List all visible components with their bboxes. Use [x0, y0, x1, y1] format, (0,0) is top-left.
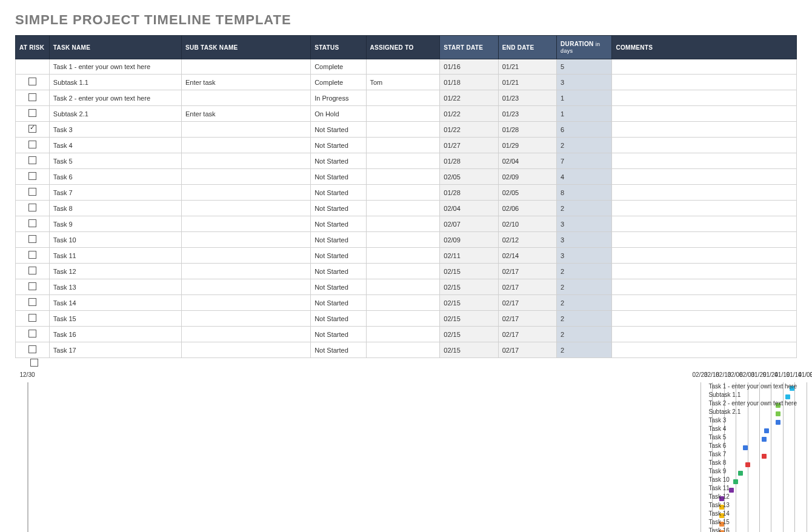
assigned-cell[interactable] [366, 59, 440, 75]
end-date-cell[interactable]: 01/23 [498, 90, 556, 106]
comments-cell[interactable] [612, 122, 797, 138]
comments-cell[interactable] [612, 327, 797, 342]
end-date-cell[interactable]: 01/21 [498, 59, 556, 75]
task-name-cell[interactable]: Task 8 [49, 201, 181, 216]
start-date-cell[interactable]: 02/11 [440, 248, 498, 264]
comments-cell[interactable] [612, 185, 797, 201]
end-date-cell[interactable]: 01/29 [498, 138, 556, 153]
assigned-cell[interactable] [366, 232, 440, 248]
comments-cell[interactable] [612, 75, 797, 90]
task-name-cell[interactable]: Task 10 [49, 232, 181, 248]
sub-task-cell[interactable] [182, 122, 311, 138]
status-cell[interactable]: Not Started [311, 153, 366, 169]
comments-cell[interactable] [612, 295, 797, 311]
status-cell[interactable]: Not Started [311, 185, 366, 201]
start-date-cell[interactable]: 02/05 [440, 169, 498, 185]
at-risk-checkbox[interactable] [28, 156, 36, 164]
assigned-cell[interactable] [366, 264, 440, 279]
start-date-cell[interactable]: 02/15 [440, 327, 498, 342]
comments-cell[interactable] [612, 138, 797, 153]
sub-task-cell[interactable]: Enter task [182, 75, 311, 90]
task-name-cell[interactable]: Task 1 - enter your own text here [49, 59, 181, 75]
assigned-cell[interactable] [366, 279, 440, 295]
status-cell[interactable]: Complete [311, 75, 366, 90]
at-risk-checkbox[interactable] [28, 172, 36, 180]
end-date-cell[interactable]: 02/04 [498, 153, 556, 169]
at-risk-checkbox[interactable] [28, 78, 36, 85]
sub-task-cell[interactable] [182, 264, 311, 279]
sub-task-cell[interactable] [182, 153, 311, 169]
task-name-cell[interactable]: Task 5 [49, 153, 181, 169]
task-name-cell[interactable]: Subtask 2.1 [49, 106, 181, 122]
comments-cell[interactable] [612, 264, 797, 279]
assigned-cell[interactable] [366, 122, 440, 138]
task-name-cell[interactable]: Task 6 [49, 169, 181, 185]
task-name-cell[interactable]: Task 4 [49, 138, 181, 153]
sub-task-cell[interactable] [182, 248, 311, 264]
start-date-cell[interactable]: 01/28 [440, 185, 498, 201]
comments-cell[interactable] [612, 342, 797, 358]
sub-task-cell[interactable] [182, 185, 311, 201]
status-cell[interactable]: Not Started [311, 216, 366, 232]
sub-task-cell[interactable] [182, 232, 311, 248]
at-risk-checkbox[interactable] [28, 345, 36, 353]
comments-cell[interactable] [612, 90, 797, 106]
start-date-cell[interactable]: 02/07 [440, 216, 498, 232]
end-date-cell[interactable]: 02/17 [498, 327, 556, 342]
assigned-cell[interactable] [366, 216, 440, 232]
start-date-cell[interactable]: 02/15 [440, 295, 498, 311]
task-name-cell[interactable]: Task 14 [49, 295, 181, 311]
start-date-cell[interactable]: 01/22 [440, 106, 498, 122]
start-date-cell[interactable]: 01/16 [440, 59, 498, 75]
sub-task-cell[interactable] [182, 169, 311, 185]
start-date-cell[interactable]: 01/22 [440, 122, 498, 138]
assigned-cell[interactable] [366, 201, 440, 216]
end-date-cell[interactable]: 02/05 [498, 185, 556, 201]
end-date-cell[interactable]: 02/12 [498, 232, 556, 248]
assigned-cell[interactable] [366, 295, 440, 311]
start-date-cell[interactable]: 02/15 [440, 279, 498, 295]
task-name-cell[interactable]: Task 15 [49, 311, 181, 327]
comments-cell[interactable] [612, 153, 797, 169]
status-cell[interactable]: Not Started [311, 264, 366, 279]
at-risk-checkbox-extra[interactable] [30, 359, 38, 367]
at-risk-checkbox[interactable] [28, 125, 36, 133]
assigned-cell[interactable] [366, 138, 440, 153]
end-date-cell[interactable]: 02/17 [498, 295, 556, 311]
task-name-cell[interactable]: Task 17 [49, 342, 181, 358]
sub-task-cell[interactable] [182, 201, 311, 216]
comments-cell[interactable] [612, 248, 797, 264]
task-name-cell[interactable]: Task 13 [49, 279, 181, 295]
start-date-cell[interactable]: 01/22 [440, 90, 498, 106]
sub-task-cell[interactable] [182, 138, 311, 153]
status-cell[interactable]: Not Started [311, 201, 366, 216]
at-risk-checkbox[interactable] [28, 235, 36, 243]
end-date-cell[interactable]: 02/17 [498, 264, 556, 279]
end-date-cell[interactable]: 01/28 [498, 122, 556, 138]
assigned-cell[interactable] [366, 90, 440, 106]
sub-task-cell[interactable] [182, 311, 311, 327]
at-risk-checkbox[interactable] [28, 282, 36, 290]
status-cell[interactable]: Not Started [311, 232, 366, 248]
assigned-cell[interactable]: Tom [366, 75, 440, 90]
status-cell[interactable]: Not Started [311, 138, 366, 153]
at-risk-checkbox[interactable] [28, 188, 36, 196]
assigned-cell[interactable] [366, 185, 440, 201]
assigned-cell[interactable] [366, 169, 440, 185]
start-date-cell[interactable]: 02/15 [440, 342, 498, 358]
task-name-cell[interactable]: Task 7 [49, 185, 181, 201]
task-name-cell[interactable]: Task 16 [49, 327, 181, 342]
comments-cell[interactable] [612, 106, 797, 122]
sub-task-cell[interactable] [182, 295, 311, 311]
end-date-cell[interactable]: 01/23 [498, 106, 556, 122]
end-date-cell[interactable]: 02/10 [498, 216, 556, 232]
status-cell[interactable]: Not Started [311, 169, 366, 185]
start-date-cell[interactable]: 01/18 [440, 75, 498, 90]
task-name-cell[interactable]: Task 2 - enter your own text here [49, 90, 181, 106]
at-risk-checkbox[interactable] [28, 204, 36, 211]
task-name-cell[interactable]: Task 11 [49, 248, 181, 264]
end-date-cell[interactable]: 01/21 [498, 75, 556, 90]
status-cell[interactable]: Not Started [311, 311, 366, 327]
comments-cell[interactable] [612, 311, 797, 327]
status-cell[interactable]: Not Started [311, 279, 366, 295]
